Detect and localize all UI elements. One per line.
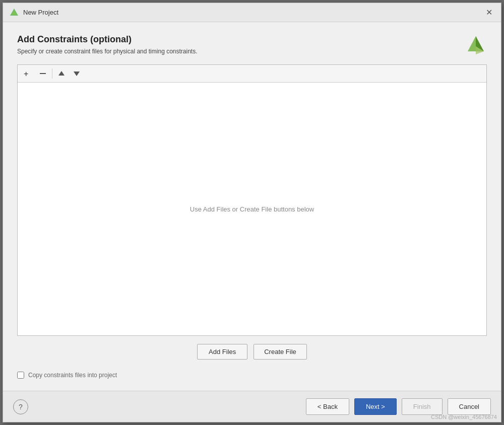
remove-file-toolbar-button[interactable] [36,67,50,80]
svg-text:+: + [24,69,28,78]
main-content: Add Constraints (optional) Specify or cr… [3,22,501,391]
arrow-down-icon [73,70,80,77]
brand-logo-icon [465,34,487,56]
file-toolbar: + [18,65,486,83]
copy-constraints-label[interactable]: Copy constraints files into project [28,372,117,379]
file-panel: + [17,64,487,336]
svg-rect-6 [40,73,46,74]
footer-left: ? [13,399,28,414]
add-icon: + [23,69,32,78]
svg-marker-8 [74,72,80,76]
empty-list-message: Use Add Files or Create File buttons bel… [190,205,314,213]
copy-constraints-checkbox[interactable] [17,372,24,379]
svg-marker-7 [58,71,65,76]
add-file-toolbar-button[interactable]: + [21,67,35,80]
page-heading: Add Constraints (optional) [17,34,198,45]
minus-icon [38,69,47,78]
help-button[interactable]: ? [13,399,28,414]
arrow-up-icon [58,70,65,77]
footer-right: < Back Next > Finish Cancel [306,398,491,415]
move-down-toolbar-button[interactable] [70,67,84,80]
footer: ? < Back Next > Finish Cancel [3,391,501,422]
add-files-button[interactable]: Add Files [197,344,247,360]
cancel-button[interactable]: Cancel [448,398,491,415]
back-button[interactable]: < Back [306,398,349,415]
action-buttons-area: Add Files Create File [17,344,487,360]
move-up-toolbar-button[interactable] [54,67,69,80]
header-text: Add Constraints (optional) Specify or cr… [17,34,198,55]
header-area: Add Constraints (optional) Specify or cr… [17,34,487,56]
app-logo-icon [9,8,19,18]
create-file-button[interactable]: Create File [254,344,307,360]
next-button[interactable]: Next > [354,398,397,415]
watermark: CSDN @weixin_45676874 [431,414,497,420]
finish-button[interactable]: Finish [402,398,443,415]
file-list-area: Use Add Files or Create File buttons bel… [18,83,486,335]
window-title: New Project [23,9,58,16]
title-bar: New Project ✕ [3,3,501,22]
toolbar-separator [52,68,52,79]
close-button[interactable]: ✕ [483,7,495,19]
new-project-dialog: New Project ✕ Add Constraints (optional)… [3,3,501,422]
copy-checkbox-area: Copy constraints files into project [17,368,487,383]
title-bar-left: New Project [9,8,58,18]
page-description: Specify or create constraint files for p… [17,48,198,55]
